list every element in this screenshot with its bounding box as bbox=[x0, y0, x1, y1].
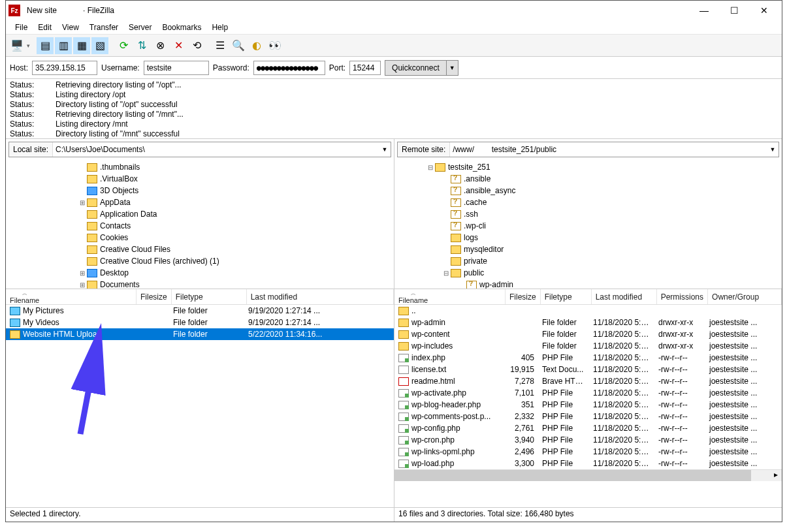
minimize-button[interactable]: — bbox=[689, 1, 719, 20]
tree-item[interactable]: mysqleditor bbox=[394, 243, 782, 255]
tree-item[interactable]: .cache bbox=[394, 196, 782, 208]
toggle-local-tree-button[interactable]: ▥ bbox=[55, 37, 72, 54]
file-row[interactable]: My VideosFile folder9/19/2020 1:27:14 ..… bbox=[6, 317, 394, 328]
cancel-button[interactable]: ⊗ bbox=[152, 37, 169, 54]
local-tree[interactable]: .thumbnails.VirtualBox3D Objects⊞AppData… bbox=[6, 160, 394, 289]
tree-item[interactable]: Creative Cloud Files (archived) (1) bbox=[6, 255, 394, 267]
file-row[interactable]: wp-load.php3,300PHP File11/18/2020 5:4..… bbox=[394, 458, 782, 469]
tree-item[interactable]: ⊞Documents bbox=[6, 279, 394, 289]
menu-transfer[interactable]: Transfer bbox=[84, 23, 123, 32]
disconnect-button[interactable]: ✕ bbox=[170, 37, 187, 54]
tree-item[interactable]: Contacts bbox=[6, 220, 394, 232]
tree-item[interactable]: .ssh bbox=[394, 208, 782, 220]
toggle-remote-tree-button[interactable]: ▦ bbox=[73, 37, 90, 54]
password-input[interactable] bbox=[253, 61, 325, 75]
local-file-list[interactable]: ︿Filename Filesize Filetype Last modifie… bbox=[6, 289, 394, 507]
remote-hscrollbar[interactable]: ▸ bbox=[394, 469, 782, 481]
local-status: Selected 1 directory. bbox=[6, 508, 394, 522]
remote-site-path[interactable]: /www/ testsite_251/public bbox=[450, 145, 767, 154]
titlebar[interactable]: Fz New site · FileZilla — ☐ ✕ bbox=[6, 1, 782, 20]
tree-item[interactable]: ⊞Desktop bbox=[6, 267, 394, 279]
local-site-row[interactable]: Local site: C:\Users\Joe\Documents\ ▼ bbox=[8, 142, 391, 157]
tree-item[interactable]: ⊟testsite_251 bbox=[394, 161, 782, 173]
port-label: Port: bbox=[329, 63, 345, 72]
filter-button[interactable]: ☰ bbox=[212, 37, 229, 54]
log-line: Status:Listing directory /mnt bbox=[10, 119, 778, 129]
file-row[interactable]: wp-adminFile folder11/18/2020 5:4...drwx… bbox=[394, 317, 782, 328]
tree-item[interactable]: .ansible_async bbox=[394, 185, 782, 196]
sync-browse-button[interactable]: 👀 bbox=[266, 37, 283, 54]
local-site-label: Local site: bbox=[9, 142, 53, 157]
process-queue-button[interactable]: ⇅ bbox=[133, 37, 150, 54]
filezilla-window: Fz New site · FileZilla — ☐ ✕ FileEditVi… bbox=[5, 0, 782, 522]
menu-file[interactable]: File bbox=[10, 23, 33, 32]
window-title: New site · FileZilla bbox=[27, 6, 689, 15]
toolbar: 🖥️ ▾ ▤ ▥ ▦ ▧ ⟳ ⇅ ⊗ ✕ ⟲ ☰ 🔍 ◐ 👀 bbox=[6, 35, 782, 57]
local-site-path[interactable]: C:\Users\Joe\Documents\ bbox=[53, 145, 379, 154]
file-row[interactable]: wp-links-opml.php2,496PHP File11/18/2020… bbox=[394, 446, 782, 458]
file-row[interactable]: wp-includesFile folder11/18/2020 5:4...d… bbox=[394, 340, 782, 352]
tree-item[interactable]: wp-admin bbox=[394, 279, 782, 289]
log-line: Status:Retrieving directory listing of "… bbox=[10, 110, 778, 119]
menu-view[interactable]: View bbox=[57, 23, 84, 32]
tree-item[interactable]: private bbox=[394, 255, 782, 267]
search-button[interactable]: 🔍 bbox=[230, 37, 247, 54]
menu-bookmarks[interactable]: Bookmarks bbox=[157, 23, 206, 32]
file-row[interactable]: wp-activate.php7,101PHP File11/18/2020 5… bbox=[394, 387, 782, 399]
log-line: Status:Directory listing of "/mnt" succe… bbox=[10, 129, 778, 139]
tree-item[interactable]: Cookies bbox=[6, 232, 394, 243]
close-button[interactable]: ✕ bbox=[749, 1, 779, 20]
tree-item[interactable]: ⊞AppData bbox=[6, 196, 394, 208]
file-row[interactable]: index.php405PHP File11/18/2020 5:4...-rw… bbox=[394, 352, 782, 364]
remote-site-label: Remote site: bbox=[398, 142, 450, 157]
log-line: Status:Listing directory /opt bbox=[10, 90, 778, 100]
port-input[interactable] bbox=[349, 61, 381, 75]
remote-status: 16 files and 3 directories. Total size: … bbox=[394, 508, 578, 522]
local-panel: Local site: C:\Users\Joe\Documents\ ▼ .t… bbox=[6, 139, 394, 507]
tree-item[interactable]: Application Data bbox=[6, 208, 394, 220]
tree-item[interactable]: logs bbox=[394, 232, 782, 243]
refresh-button[interactable]: ⟳ bbox=[115, 37, 132, 54]
toggle-log-button[interactable]: ▤ bbox=[37, 37, 54, 54]
reconnect-button[interactable]: ⟲ bbox=[188, 37, 205, 54]
remote-tree[interactable]: ⊟testsite_251.ansible.ansible_async.cach… bbox=[394, 160, 782, 289]
remote-site-dropdown[interactable]: ▼ bbox=[767, 146, 779, 153]
local-site-dropdown[interactable]: ▼ bbox=[379, 146, 391, 153]
file-row[interactable]: wp-comments-post.p...2,332PHP File11/18/… bbox=[394, 411, 782, 422]
remote-file-list[interactable]: ︿Filename Filesize Filetype Last modifie… bbox=[394, 289, 782, 507]
tree-item[interactable]: 3D Objects bbox=[6, 185, 394, 196]
menu-edit[interactable]: Edit bbox=[33, 23, 57, 32]
maximize-button[interactable]: ☐ bbox=[719, 1, 749, 20]
app-icon: Fz bbox=[8, 5, 20, 16]
tree-item[interactable]: .ansible bbox=[394, 173, 782, 185]
file-row[interactable]: wp-blog-header.php351PHP File11/18/2020 … bbox=[394, 399, 782, 411]
file-row[interactable]: wp-contentFile folder11/18/2020 5:4...dr… bbox=[394, 328, 782, 340]
file-row[interactable]: .. bbox=[394, 305, 782, 317]
username-input[interactable] bbox=[144, 61, 209, 75]
host-label: Host: bbox=[10, 63, 28, 72]
file-row[interactable]: wp-config.php2,761PHP File11/18/2020 5:4… bbox=[394, 422, 782, 434]
username-label: Username: bbox=[101, 63, 140, 72]
file-row[interactable]: license.txt19,915Text Docu...11/18/2020 … bbox=[394, 364, 782, 375]
site-manager-button[interactable]: 🖥️ bbox=[8, 37, 25, 54]
menu-help[interactable]: Help bbox=[206, 23, 233, 32]
file-row[interactable]: wp-cron.php3,940PHP File11/18/2020 5:4..… bbox=[394, 434, 782, 446]
statusbar: Selected 1 directory. 16 files and 3 dir… bbox=[6, 507, 782, 522]
host-input[interactable] bbox=[32, 61, 97, 75]
password-label: Password: bbox=[213, 63, 249, 72]
tree-item[interactable]: .thumbnails bbox=[6, 161, 394, 173]
tree-item[interactable]: .VirtualBox bbox=[6, 173, 394, 185]
tree-item[interactable]: ⊟public bbox=[394, 267, 782, 279]
log-panel[interactable]: Status:Retrieving directory listing of "… bbox=[6, 79, 782, 139]
compare-button[interactable]: ◐ bbox=[248, 37, 265, 54]
quickconnect-dropdown[interactable]: ▼ bbox=[447, 60, 458, 76]
tree-item[interactable]: .wp-cli bbox=[394, 220, 782, 232]
file-row[interactable]: My PicturesFile folder9/19/2020 1:27:14 … bbox=[6, 305, 394, 317]
remote-site-row[interactable]: Remote site: /www/ testsite_251/public ▼ bbox=[397, 142, 779, 157]
quickconnect-button[interactable]: Quickconnect bbox=[385, 60, 447, 76]
toggle-queue-button[interactable]: ▧ bbox=[91, 37, 108, 54]
file-row[interactable]: readme.html7,278Brave HTM...11/18/2020 5… bbox=[394, 375, 782, 387]
tree-item[interactable]: Creative Cloud Files bbox=[6, 243, 394, 255]
file-row[interactable]: Website HTML UploadFile folder5/22/2020 … bbox=[6, 328, 394, 340]
menu-server[interactable]: Server bbox=[123, 23, 157, 32]
